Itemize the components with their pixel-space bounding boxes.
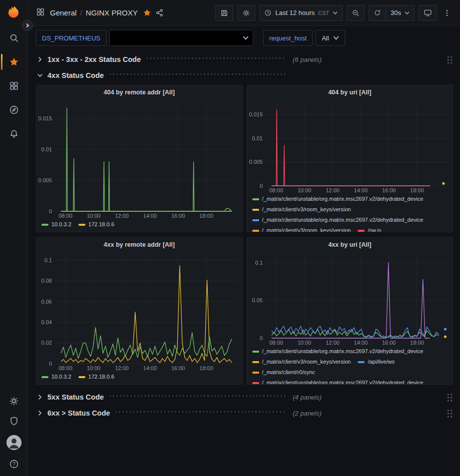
refresh-interval-label: 30s bbox=[391, 9, 401, 16]
svg-text:18:00: 18:00 bbox=[199, 365, 213, 371]
legend-item[interactable]: /_matrix/client/v3/room_keys/version bbox=[252, 225, 351, 232]
star-icon bbox=[9, 57, 19, 67]
row-header-6xx[interactable]: 6xx > Status Code (2 panels) bbox=[36, 406, 453, 421]
favorite-star-button[interactable] bbox=[141, 6, 153, 19]
time-series-chart[interactable]: 00.050.108:0010:0012:0014:0016:0018:00 bbox=[247, 251, 453, 346]
legend-series-marker bbox=[78, 376, 85, 378]
time-range-picker[interactable]: Last 12 hours CST bbox=[259, 5, 343, 21]
svg-text:0.01: 0.01 bbox=[252, 135, 262, 141]
variable-label-ds-prometheus[interactable]: DS_PROMETHEUS bbox=[36, 30, 106, 46]
legend-item[interactable]: /sw.js bbox=[358, 225, 381, 232]
share-button[interactable] bbox=[153, 6, 166, 19]
legend-series-marker bbox=[78, 224, 85, 226]
legend-series-marker bbox=[41, 224, 48, 226]
legend-item[interactable]: /_matrix/client/v3/room_keys/version bbox=[252, 357, 351, 367]
panel-404-by-remote-addr: 404 by remote addr [All] 00.0050.010.015… bbox=[36, 85, 243, 232]
sidebar-item-dashboards[interactable] bbox=[0, 74, 28, 98]
kebab-menu-button[interactable] bbox=[441, 7, 453, 19]
legend-item[interactable]: /_matrix/client/unstable/org.matrix.msc2… bbox=[252, 215, 424, 225]
legend-item[interactable]: /_matrix/client/v3/room_keys/version bbox=[252, 204, 351, 215]
breadcrumb-folder[interactable]: General bbox=[50, 8, 76, 17]
row-leader-dots bbox=[108, 395, 286, 397]
sidebar-item-starred[interactable] bbox=[0, 50, 28, 74]
sidebar-item-server-admin[interactable] bbox=[0, 415, 28, 427]
legend-item[interactable]: 10.0.3.2 bbox=[41, 219, 71, 230]
user-avatar[interactable] bbox=[6, 435, 21, 450]
help-icon: ? bbox=[9, 459, 19, 469]
chevron-down-icon bbox=[333, 35, 339, 41]
chevron-right-icon bbox=[36, 393, 44, 401]
sidebar-expand-toggle[interactable] bbox=[22, 20, 33, 31]
apps-grid-icon bbox=[36, 7, 45, 18]
chevron-right-icon bbox=[36, 55, 44, 63]
sidebar-item-help[interactable]: ? bbox=[0, 458, 28, 470]
sidebar-bottom-group: ? bbox=[0, 395, 28, 476]
cycle-view-mode-button[interactable] bbox=[419, 5, 437, 21]
variable-value-ds-prometheus[interactable] bbox=[109, 30, 253, 46]
svg-text:14:00: 14:00 bbox=[143, 213, 157, 219]
time-series-chart[interactable]: 00.0050.010.01508:0010:0012:0014:0016:00… bbox=[36, 99, 242, 219]
legend-item[interactable]: /_matrix/client/r0/sync bbox=[252, 367, 315, 378]
sidebar-item-configuration[interactable] bbox=[0, 395, 28, 407]
svg-text:0: 0 bbox=[49, 208, 52, 214]
legend-series-marker bbox=[358, 230, 365, 232]
panel-grid-row-a: 404 by remote addr [All] 00.0050.010.015… bbox=[36, 85, 453, 232]
svg-text:14:00: 14:00 bbox=[354, 187, 368, 193]
sidebar-item-alerting[interactable] bbox=[0, 122, 28, 146]
legend-item[interactable]: 172.18.0.6 bbox=[78, 372, 114, 382]
save-icon bbox=[220, 9, 228, 17]
row-left: 1xx - 3xx - 2xx Status Code bbox=[44, 55, 287, 63]
legend-item[interactable]: /_matrix/client/unstable/org.matrix.msc2… bbox=[252, 194, 424, 204]
legend-item[interactable]: /_matrix/client/unstable/org.matrix.msc2… bbox=[252, 378, 424, 384]
row-panel-count: (2 panels) bbox=[293, 410, 322, 417]
clock-icon bbox=[264, 9, 272, 16]
chevron-down-icon bbox=[243, 35, 249, 41]
legend-series-marker bbox=[252, 361, 259, 363]
favorite-star-icon bbox=[143, 8, 151, 17]
zoom-out-button[interactable] bbox=[347, 5, 365, 21]
legend-item[interactable]: 172.18.0.6 bbox=[78, 219, 114, 230]
legend-item[interactable]: 10.0.3.2 bbox=[41, 372, 71, 382]
breadcrumb-dashboard-title[interactable]: NGINX PROXY bbox=[86, 8, 138, 17]
svg-text:10:00: 10:00 bbox=[297, 340, 311, 346]
row-drag-handle[interactable] bbox=[447, 409, 453, 418]
row-leader-dots bbox=[114, 411, 286, 413]
svg-text:?: ? bbox=[12, 462, 15, 467]
time-series-chart[interactable]: 00.0050.010.01508:0010:0012:0014:0016:00… bbox=[247, 99, 453, 194]
sidebar-item-explore[interactable] bbox=[0, 98, 28, 122]
row-drag-handle[interactable] bbox=[447, 55, 453, 64]
variable-value-request-host[interactable]: All bbox=[316, 30, 345, 46]
row-left: 5xx Status Code bbox=[44, 393, 287, 401]
panel-4xx-by-uri: 4xx by uri [All] 00.050.108:0010:0012:00… bbox=[247, 237, 454, 385]
panel-legend: /_matrix/client/unstable/org.matrix.msc2… bbox=[247, 346, 453, 384]
main-area: General / NGINX PROXY bbox=[28, 0, 460, 476]
refresh-button[interactable] bbox=[369, 5, 386, 21]
panel-title[interactable]: 4xx by remote addr [All] bbox=[36, 238, 242, 251]
variable-label-request-host[interactable]: request_host bbox=[263, 30, 313, 46]
dashboard-settings-button[interactable] bbox=[237, 5, 255, 21]
legend-item[interactable]: /_matrix/client/unstable/org.matrix.msc2… bbox=[252, 346, 424, 357]
save-dashboard-button[interactable] bbox=[215, 5, 233, 21]
svg-text:16:00: 16:00 bbox=[382, 340, 396, 346]
row-title: 6xx > Status Code bbox=[47, 409, 110, 417]
row-header-5xx[interactable]: 5xx Status Code (4 panels) bbox=[36, 390, 453, 405]
row-drag-handle[interactable] bbox=[447, 393, 453, 402]
row-header-4xx[interactable]: 4xx Status Code bbox=[36, 68, 453, 83]
svg-text:16:00: 16:00 bbox=[382, 187, 396, 193]
row-header-1xx-3xx-2xx[interactable]: 1xx - 3xx - 2xx Status Code (6 panels) bbox=[36, 52, 453, 67]
svg-text:0: 0 bbox=[259, 335, 262, 341]
panel-404-by-uri: 404 by uri [All] 00.0050.010.01508:0010:… bbox=[247, 85, 454, 232]
svg-text:0.08: 0.08 bbox=[41, 278, 52, 284]
refresh-interval-dropdown[interactable]: 30s bbox=[386, 5, 415, 21]
request-host-value: All bbox=[322, 34, 329, 42]
legend-item[interactable]: /api/live/ws bbox=[358, 357, 395, 367]
svg-text:0.005: 0.005 bbox=[38, 177, 52, 183]
svg-text:14:00: 14:00 bbox=[354, 340, 368, 346]
panel-title[interactable]: 404 by remote addr [All] bbox=[36, 85, 242, 99]
panel-title[interactable]: 404 by uri [All] bbox=[247, 85, 453, 99]
panel-title[interactable]: 4xx by uri [All] bbox=[247, 238, 453, 251]
legend-series-marker bbox=[252, 382, 259, 384]
chart-svg: 00.050.108:0010:0012:0014:0016:0018:00 bbox=[247, 251, 453, 346]
time-series-chart[interactable]: 00.020.040.060.080.108:0010:0012:0014:00… bbox=[36, 251, 242, 372]
row-leader-dots bbox=[108, 73, 286, 75]
